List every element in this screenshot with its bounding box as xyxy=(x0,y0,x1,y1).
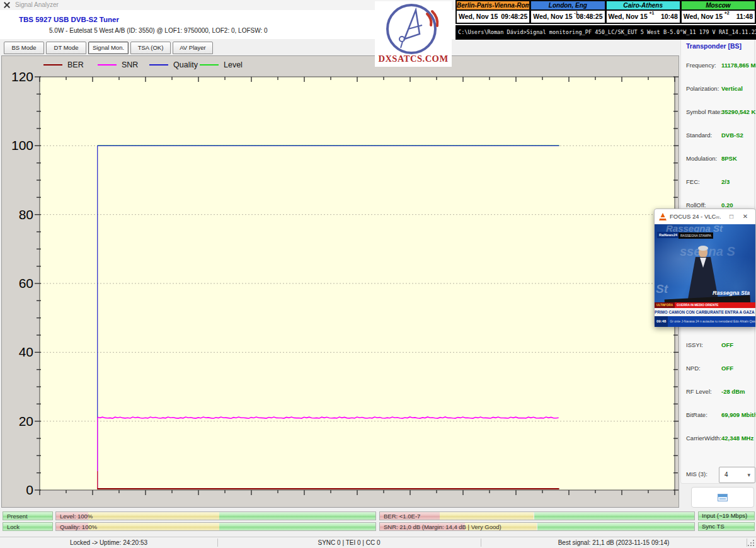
present-label: Present xyxy=(7,513,28,520)
field-bitrate-: BitRate:69,909 Mbit/s xyxy=(686,411,752,421)
legend-label: Quality xyxy=(173,60,198,69)
world-clocks: Berlin-Paris-Vienna-RomaWed, Nov 1509:48… xyxy=(455,0,756,24)
legend-item-ber: BER xyxy=(43,60,100,69)
tab-dt-mode[interactable]: DT Mode xyxy=(46,42,86,54)
clock-time: 11:48 xyxy=(736,13,753,20)
legend-item-level: Level xyxy=(200,60,256,69)
y-axis-label-120: 120 xyxy=(3,69,33,84)
field-label: CarrierWidth: xyxy=(686,435,721,442)
command-prompt-window[interactable]: C:\Users\Roman Dávid>Signal monitoring_P… xyxy=(455,25,756,40)
sync-ts-button[interactable]: Sync TS xyxy=(698,522,755,531)
legend-item-snr: SNR xyxy=(98,60,154,69)
field-label: Polarization: xyxy=(686,85,719,92)
ticker-time: 09:48 xyxy=(655,316,668,327)
legend-color-line xyxy=(149,64,168,66)
field-label: NPD: xyxy=(686,365,701,372)
dxsatcs-logo: DXSATCS.COM xyxy=(375,1,452,67)
tab-bs-mode[interactable]: BS Mode xyxy=(4,42,44,54)
field-fec-: FEC:2/3 xyxy=(686,178,752,188)
tab-tsa-ok-[interactable]: TSA (OK) xyxy=(130,42,171,54)
field-value: 42,348 MHz xyxy=(721,435,753,442)
vlc-maximize-button[interactable]: □ xyxy=(726,212,736,222)
field-standard-: Standard:DVB-S2 xyxy=(686,132,752,142)
mode-tabs: BS ModeDT ModeSignal Mon.TSA (OK)AV Play… xyxy=(0,39,680,55)
mis-selected-value: 4 xyxy=(724,471,728,478)
snr-label: SNR: 21,0 dB (Margin: 14,4 dB | Very Goo… xyxy=(384,523,501,530)
clock-london-eng: London, EngWed, Nov 15-108:48:25 xyxy=(530,0,605,24)
clock-city: London, Eng xyxy=(531,1,604,11)
field-frequency-: Frequency:11178,865 MHz xyxy=(686,62,752,72)
field-polarization-: Polarization:Vertical xyxy=(686,85,752,95)
tab-signal-mon-[interactable]: Signal Mon. xyxy=(88,42,129,54)
field-value: OFF xyxy=(721,341,733,348)
headline-banner: PRIMO CAMION CON CARBURANTE ENTRA A GAZA… xyxy=(655,308,755,316)
field-label: ISSYI: xyxy=(686,341,703,348)
tab-av-player[interactable]: AV Player xyxy=(173,42,213,54)
resize-grip[interactable] xyxy=(747,539,755,547)
legend-label: Level xyxy=(224,60,243,69)
field-issyi-: ISSYI:OFF xyxy=(686,341,752,351)
vlc-titlebar[interactable]: FOCUS 24 - VLC... – □ ✕ xyxy=(655,209,755,224)
window-title: Signal Analyzer xyxy=(15,1,59,8)
rainews24-logo: RaiNews24 xyxy=(657,232,679,238)
clock-utc-offset: +1 xyxy=(650,11,655,15)
vlc-close-button[interactable]: ✕ xyxy=(740,212,750,222)
field-npd-: NPD:OFF xyxy=(686,365,752,375)
y-axis-label-80: 80 xyxy=(3,207,33,222)
clock-time: 09:48:25 xyxy=(501,13,527,20)
field-value: 35290,542 KS/s xyxy=(721,108,756,115)
y-axis-label-40: 40 xyxy=(3,345,33,360)
y-axis-label-60: 60 xyxy=(3,276,33,291)
field-value: OFF xyxy=(721,365,733,372)
signal-chart: BERSNRQualityLevel 120100806040200 xyxy=(1,55,679,508)
legend-label: SNR xyxy=(122,60,138,69)
field-rf-level-: RF Level:-28 dBm xyxy=(686,388,752,398)
chart-plot xyxy=(2,56,679,507)
clock-moscow: MoscowWed, Nov 15+211:48 xyxy=(681,0,756,24)
field-label: Standard: xyxy=(686,132,712,139)
field-value: 69,909 Mbit/s xyxy=(721,411,756,418)
clock-date: Wed, Nov 15 xyxy=(459,13,498,20)
lock-indicator: Lock xyxy=(3,522,53,531)
input-button[interactable]: Input (~19 Mbps) xyxy=(698,511,755,520)
breaking-news-strip: ULTIM'ORA GUERRA IN MEDIO ORIENTE xyxy=(655,302,755,308)
y-axis-label-100: 100 xyxy=(3,138,33,153)
studio-watermark-text-3: St xyxy=(656,282,668,296)
ber-bar: BER: <1.0E-7 xyxy=(379,511,695,520)
chevron-down-icon: ▾ xyxy=(747,467,750,482)
legend-color-line xyxy=(43,64,62,66)
snr-bar: SNR: 21,0 dB (Margin: 14,4 dB | Very Goo… xyxy=(379,522,695,531)
field-label: Symbol Rate: xyxy=(686,108,722,115)
news-anchor xyxy=(699,247,707,258)
vlc-video-area[interactable]: Rassegna St ssegna S St RaiNews24 RASSEG… xyxy=(655,224,755,327)
mis-label: MIS (3): xyxy=(686,471,707,477)
vlc-window: FOCUS 24 - VLC... – □ ✕ Rassegna St sseg… xyxy=(654,208,756,327)
field-value: 11178,865 MHz xyxy=(721,62,756,69)
legend-item-quality: Quality xyxy=(149,60,206,69)
signal-analyzer-window: Signal Analyzer TBS 5927 USB DVB-S2 Tune… xyxy=(0,0,756,548)
lock-label: Lock xyxy=(7,523,20,530)
clock-time: 10:48 xyxy=(661,13,678,20)
program-badge: RASSEGNA STAMPA xyxy=(679,232,713,239)
field-label: Frequency: xyxy=(686,62,716,69)
indicator-row-1: Present Level: 100% BER: <1.0E-7 Input (… xyxy=(0,511,756,520)
y-axis-label-0: 0 xyxy=(3,482,33,498)
news-ticker: 09:48 Gr onte J-Navasa 24 n autauba ru n… xyxy=(655,316,755,327)
mis-select[interactable]: 4 ▾ xyxy=(719,467,755,483)
dxsatcs-logo-text: DXSATCS.COM xyxy=(375,54,452,64)
vlc-minimize-button[interactable]: – xyxy=(713,212,723,222)
clock-city: Cairo-Athens xyxy=(607,1,680,11)
quality-label: Quality: 100% xyxy=(60,523,97,530)
status-sync-tei-cc: SYNC 0 | TEI 0 | CC 0 xyxy=(217,539,481,546)
tuner-name: TBS 5927 USB DVB-S2 Tuner xyxy=(19,16,119,23)
ticker-text: Gr onte J-Navasa 24 n autauba ru nenodan… xyxy=(668,316,755,327)
level-bar: Level: 100% xyxy=(55,511,376,520)
status-bar: Locked -> Uptime: 24:20:53 SYNC 0 | TEI … xyxy=(0,537,756,548)
field-symbol-rate-: Symbol Rate:35290,542 KS/s xyxy=(686,108,752,118)
field-value: Vertical xyxy=(721,85,743,92)
ber-label: BER: <1.0E-7 xyxy=(384,513,420,520)
field-modulation-: Modulation:8PSK xyxy=(686,155,752,165)
field-label: Modulation: xyxy=(686,155,717,162)
capture-button[interactable] xyxy=(691,487,754,508)
level-label: Level: 100% xyxy=(60,513,93,520)
